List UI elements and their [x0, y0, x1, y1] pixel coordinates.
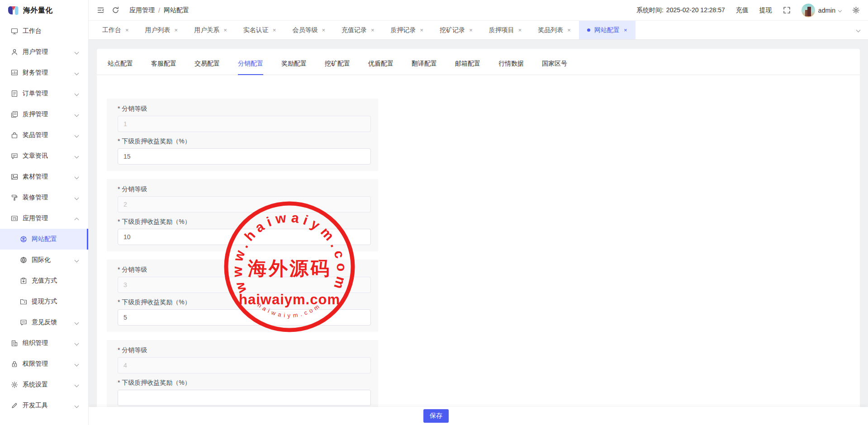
user-menu[interactable]: admin: [802, 4, 841, 17]
sidebar-item-feedback[interactable]: 意见反馈: [0, 312, 88, 333]
subtab-trade-config[interactable]: 交易配置: [194, 60, 220, 75]
close-icon[interactable]: ×: [125, 27, 129, 33]
menu-collapse-icon[interactable]: [97, 6, 104, 14]
reward-input[interactable]: [118, 309, 371, 326]
sidebar-item-app-management[interactable]: 应用管理: [0, 208, 88, 229]
sidebar-item-finance-management[interactable]: 财务管理: [0, 62, 88, 83]
distribution-level-group: * 分销等级 * 下级质押收益奖励（%）: [107, 260, 378, 332]
close-icon[interactable]: ×: [624, 27, 627, 33]
reward-label: * 下级质押收益奖励（%）: [118, 298, 371, 307]
close-icon[interactable]: ×: [223, 27, 227, 33]
chevron-down-icon: [75, 133, 79, 138]
tab-recharge-records[interactable]: 充值记录×: [333, 21, 383, 39]
close-icon[interactable]: ×: [420, 27, 424, 33]
subtab-country-code[interactable]: 国家区号: [542, 60, 567, 75]
image-icon: [11, 173, 18, 180]
sidebar-item-internationalization[interactable]: 国际化: [0, 250, 88, 270]
level-label: * 分销等级: [118, 185, 371, 194]
refresh-icon[interactable]: [112, 6, 119, 14]
user-icon: [11, 48, 18, 56]
reward-input[interactable]: [118, 390, 371, 406]
tab-label: 实名认证: [243, 26, 269, 34]
sidebar-item-workbench[interactable]: 工作台: [0, 21, 88, 42]
sidebar-item-system-settings[interactable]: 系统设置: [0, 374, 88, 395]
brand-header: 海外量化: [0, 0, 88, 21]
tab-pledge-projects[interactable]: 质押项目×: [481, 21, 530, 39]
sidebar-item-decoration-management[interactable]: 装修管理: [0, 187, 88, 208]
brand-m-logo: [7, 5, 19, 15]
sidebar-item-label: 提现方式: [32, 298, 57, 306]
tab-prize-list[interactable]: 奖品列表×: [530, 21, 579, 39]
sidebar-item-label: 意见反馈: [32, 318, 57, 326]
sidebar-item-label: 权限管理: [23, 360, 48, 368]
tab-label: 网站配置: [594, 26, 620, 34]
gear-icon[interactable]: [852, 6, 860, 14]
chevron-down-icon: [75, 258, 79, 263]
sidebar-item-order-management[interactable]: 订单管理: [0, 83, 88, 104]
subtab-service-config[interactable]: 客服配置: [151, 60, 176, 75]
close-icon[interactable]: ×: [322, 27, 325, 33]
withdraw-button[interactable]: 提现: [759, 6, 772, 14]
tab-label: 质押记录: [391, 26, 416, 34]
sidebar-menu: 工作台 用户管理 财务管理 订单管理 质押管理: [0, 21, 88, 425]
sidebar-item-label: 素材管理: [23, 173, 48, 181]
close-icon[interactable]: ×: [371, 27, 375, 33]
subtab-mail-config[interactable]: 邮箱配置: [455, 60, 480, 75]
top-header: 应用管理 / 网站配置 系统时间: 2025-02-20 12:28:57 充值…: [89, 0, 868, 21]
sidebar-item-label: 网站配置: [32, 235, 57, 243]
reward-input[interactable]: [118, 148, 371, 165]
close-icon[interactable]: ×: [518, 27, 522, 33]
sidebar-item-website-config[interactable]: 网站配置: [0, 229, 88, 250]
recharge-button[interactable]: 充值: [736, 6, 749, 14]
sidebar-item-pledge-management[interactable]: 质押管理: [0, 104, 88, 125]
tab-member-level[interactable]: 会员等级×: [284, 21, 333, 39]
sidebar-item-article-news[interactable]: 文章资讯: [0, 146, 88, 166]
tab-real-name-auth[interactable]: 实名认证×: [235, 21, 285, 39]
subtab-translate-config[interactable]: 翻译配置: [412, 60, 437, 75]
subtab-reward-config[interactable]: 奖励配置: [281, 60, 307, 75]
sidebar-item-label: 用户管理: [23, 48, 48, 56]
sidebar-item-recharge-method[interactable]: 充值方式: [0, 270, 88, 291]
fullscreen-icon[interactable]: [783, 6, 791, 14]
close-icon[interactable]: ×: [567, 27, 571, 33]
sidebar-item-label: 质押管理: [23, 110, 48, 118]
sidebar-item-material-management[interactable]: 素材管理: [0, 166, 88, 187]
pencil-icon: [11, 402, 18, 409]
globe-icon: [20, 256, 27, 264]
sidebar-item-prize-management[interactable]: 奖品管理: [0, 125, 88, 146]
reward-label: * 下级质押收益奖励（%）: [118, 218, 371, 226]
system-time: 系统时间: 2025-02-20 12:28:57: [636, 6, 725, 14]
sidebar-item-dev-tools[interactable]: 开发工具: [0, 395, 88, 416]
level-input: [118, 277, 371, 293]
close-icon[interactable]: ×: [175, 27, 178, 33]
page-tabbar: 工作台× 用户列表× 用户关系× 实名认证× 会员等级× 充值记录× 质押记录×…: [89, 21, 868, 40]
subtab-site-config[interactable]: 站点配置: [108, 60, 133, 75]
close-icon[interactable]: ×: [273, 27, 276, 33]
sidebar-item-label: 充值方式: [32, 277, 57, 285]
subtab-market-data[interactable]: 行情数据: [498, 60, 524, 75]
sidebar-item-permission-management[interactable]: 权限管理: [0, 354, 88, 374]
sidebar-item-user-management[interactable]: 用户管理: [0, 42, 88, 62]
tabbar-dropdown[interactable]: [849, 21, 868, 39]
subtab-mining-config[interactable]: 挖矿配置: [325, 60, 350, 75]
tab-mining-records[interactable]: 挖矿记录×: [432, 21, 481, 39]
avatar[interactable]: [802, 4, 815, 17]
tab-user-list[interactable]: 用户列表×: [137, 21, 186, 39]
chevron-down-icon: [856, 28, 861, 33]
tab-website-config[interactable]: 网站配置×: [579, 21, 636, 39]
recharge-card-icon: [20, 277, 27, 284]
chevron-down-icon: [75, 196, 79, 200]
reward-input[interactable]: [118, 229, 371, 245]
breadcrumb-separator: /: [158, 7, 160, 14]
breadcrumb-item[interactable]: 应用管理: [129, 6, 155, 14]
tab-user-relations[interactable]: 用户关系×: [186, 21, 235, 39]
subtab-distribution-config[interactable]: 分销配置: [238, 60, 263, 75]
sidebar-item-organization-management[interactable]: 组织管理: [0, 333, 88, 354]
close-icon[interactable]: ×: [469, 27, 473, 33]
tab-workbench[interactable]: 工作台×: [94, 21, 137, 39]
save-button[interactable]: 保存: [423, 409, 449, 423]
subtab-youdun-config[interactable]: 优盾配置: [368, 60, 394, 75]
sidebar-item-withdraw-method[interactable]: 提现方式: [0, 291, 88, 312]
website-globe-icon: [20, 236, 27, 243]
tab-pledge-records[interactable]: 质押记录×: [383, 21, 432, 39]
